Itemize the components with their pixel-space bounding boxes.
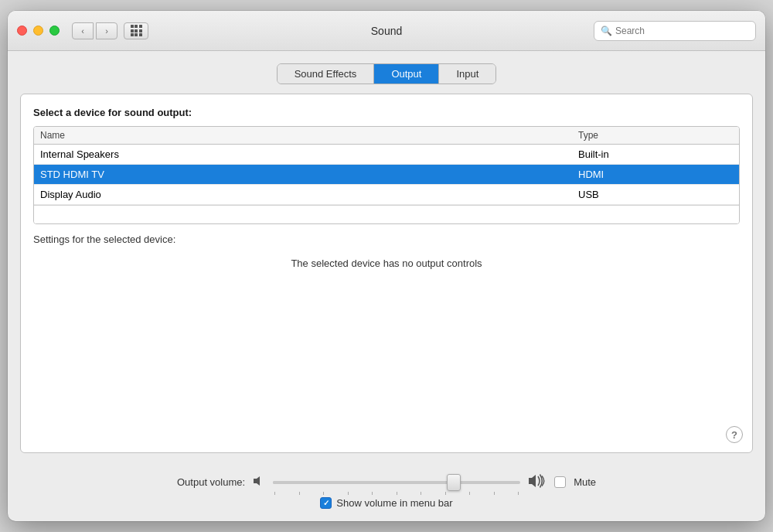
settings-label: Settings for the selected device: — [33, 234, 740, 245]
tab-group: Sound Effects Output Input — [277, 63, 497, 84]
help-button[interactable]: ? — [726, 426, 743, 443]
svg-marker-1 — [529, 475, 536, 487]
mute-checkbox[interactable] — [554, 476, 566, 488]
no-controls-text: The selected device has no output contro… — [33, 257, 740, 269]
volume-row: Output volume: — [20, 473, 753, 491]
tab-sound-effects[interactable]: Sound Effects — [278, 64, 375, 84]
table-row[interactable]: Internal Speakers Built-in — [34, 145, 739, 165]
row-type: USB — [578, 189, 733, 200]
tab-input[interactable]: Input — [439, 64, 495, 84]
main-panel: Select a device for sound output: Name T… — [20, 94, 753, 453]
volume-low-icon — [253, 475, 265, 489]
tab-output[interactable]: Output — [374, 64, 439, 84]
slider-fill — [273, 481, 458, 484]
row-name: Internal Speakers — [40, 148, 578, 160]
row-type: HDMI — [578, 169, 733, 180]
content-area: Sound Effects Output Input Select a devi… — [8, 51, 765, 521]
minimize-button[interactable] — [33, 26, 43, 36]
maximize-button[interactable] — [49, 26, 60, 36]
row-name: Display Audio — [40, 189, 578, 200]
back-button[interactable]: ‹ — [72, 22, 94, 39]
bottom-bar: Output volume: — [8, 466, 765, 521]
slider-ticks — [273, 492, 520, 495]
traffic-lights — [17, 26, 60, 36]
table-header: Name Type — [34, 127, 739, 145]
slider-track — [273, 481, 520, 484]
settings-section: Settings for the selected device: The se… — [33, 224, 740, 275]
table-row[interactable]: STD HDMI TV HDMI — [34, 165, 739, 185]
window-title: Sound — [371, 25, 402, 37]
help-container: ? — [21, 420, 752, 452]
panel-inner: Select a device for sound output: Name T… — [21, 94, 752, 420]
show-volume-label: Show volume in menu bar — [336, 497, 452, 509]
show-volume-checkbox[interactable] — [320, 497, 332, 509]
close-button[interactable] — [17, 26, 27, 36]
col-name-header: Name — [40, 130, 578, 141]
main-window: ‹ › Sound 🔍 Sound Effects Output Input — [8, 11, 765, 521]
titlebar: ‹ › Sound 🔍 — [8, 11, 765, 51]
col-type-header: Type — [578, 130, 733, 141]
table-row[interactable]: Display Audio USB — [34, 185, 739, 205]
grid-button[interactable] — [124, 22, 148, 39]
nav-buttons: ‹ › — [72, 22, 117, 39]
show-volume-row: Show volume in menu bar — [320, 497, 452, 509]
search-icon: 🔍 — [601, 26, 612, 36]
grid-icon — [131, 25, 142, 36]
mute-label: Mute — [574, 476, 596, 488]
search-input[interactable] — [615, 26, 749, 36]
forward-button[interactable]: › — [96, 22, 117, 39]
section-title: Select a device for sound output: — [33, 107, 740, 118]
device-table: Name Type Internal Speakers Built-in STD… — [33, 126, 740, 224]
tab-bar: Sound Effects Output Input — [8, 51, 765, 94]
row-type: Built-in — [578, 148, 733, 160]
table-separator — [34, 205, 739, 223]
search-bar[interactable]: 🔍 — [594, 21, 756, 41]
slider-thumb[interactable] — [447, 474, 461, 491]
volume-label: Output volume: — [177, 476, 245, 488]
row-name: STD HDMI TV — [40, 169, 578, 180]
volume-slider[interactable] — [273, 475, 520, 490]
volume-high-icon — [528, 473, 547, 491]
svg-marker-0 — [254, 476, 260, 486]
